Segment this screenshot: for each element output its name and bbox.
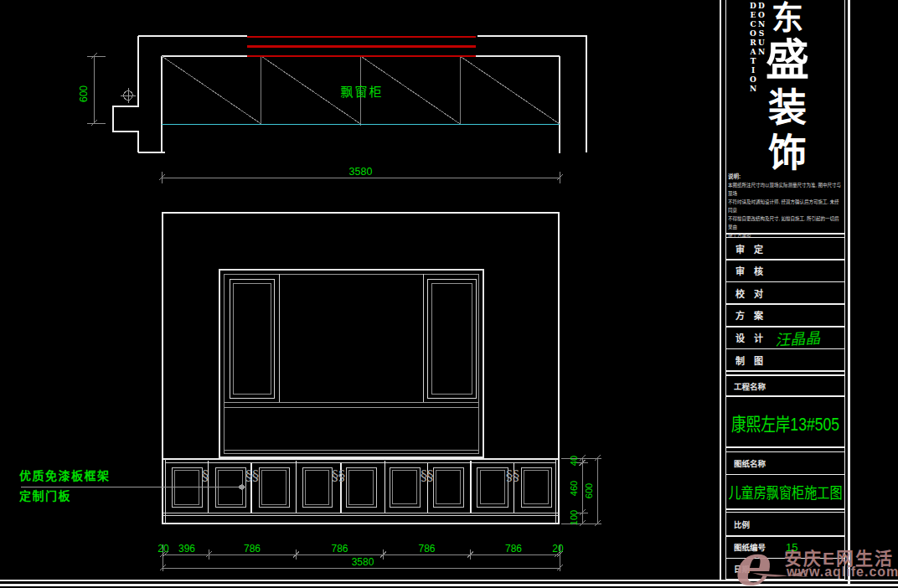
base-outline (163, 459, 559, 524)
svg-text:786: 786 (418, 543, 435, 554)
elevation-mullions (280, 274, 424, 402)
svg-text:§: § (252, 467, 260, 483)
logo-char: 饰 (764, 130, 811, 175)
logo-char: 装 (764, 85, 811, 130)
svg-text:§: § (426, 467, 434, 483)
date-row: 日期 (726, 559, 844, 580)
elevation-left-door-panel (234, 283, 271, 394)
notes-line: 不符时请及时通知设计师, 经双方确认后方可施工, 未经同意 (728, 198, 844, 214)
svg-text:20: 20 (552, 543, 564, 554)
svg-text:§: § (513, 467, 520, 483)
svg-text:20: 20 (157, 543, 169, 554)
svg-text:100: 100 (569, 510, 579, 525)
notes-block: 说明: 本图纸所注尺寸均以现场实际测量尺寸为准, 图中尺寸与现场 不符时请及时通… (728, 173, 844, 240)
callout-line-2: 定制门板 (19, 487, 111, 504)
logo-char: 盛 (764, 35, 811, 85)
titleblock-row-scheme: 方 案 (726, 304, 844, 327)
center-mark-icon (121, 88, 136, 103)
titleblock-row-designer: 设 计 汪晶晶 (726, 327, 844, 349)
plan-view: 600 3580 飘窗柜 (78, 36, 586, 183)
drawing-name-value: 儿童房飘窗柜施工图 (735, 474, 834, 509)
elevation-view (163, 213, 559, 459)
project-name-header: 工程名称 (726, 375, 844, 396)
elevation-wall-outline (163, 213, 559, 459)
cad-viewport: 600 3580 飘窗柜 (0, 0, 898, 588)
callout-line-1: 优质免漆板框架 (19, 467, 111, 484)
plan-cabinet-label: 飘窗柜 (340, 85, 383, 99)
hinge-icons: § § § § § § § § § (202, 467, 520, 483)
elevation-seat-lines (224, 402, 478, 453)
svg-text:3580: 3580 (352, 556, 374, 568)
plan-dimension-lines (87, 54, 563, 184)
project-name-value: 康熙左岸13#505 (738, 396, 833, 447)
notes-line: 不得擅自更改结构及尺寸, 如擅自施工, 所引起的一切后果由 (728, 214, 844, 231)
svg-text:786: 786 (505, 543, 522, 554)
sheet-number-row: 图纸编号 15 (726, 536, 844, 559)
company-logo-cn: 东 盛 装 饰 (764, 0, 811, 175)
svg-text:§: § (202, 467, 209, 483)
plan-depth-dim-label: 600 (78, 85, 90, 102)
svg-text:40: 40 (569, 456, 579, 466)
svg-text:396: 396 (178, 543, 195, 554)
titleblock-row-drafter: 制 图 (726, 349, 844, 372)
designer-signature: 汪晶晶 (774, 326, 820, 350)
titleblock-row-approved: 审 定 (726, 238, 844, 260)
svg-text:786: 786 (331, 543, 348, 554)
svg-text:460: 460 (569, 481, 579, 496)
notes-line: 本图纸所注尺寸均以现场实际测量尺寸为准, 图中尺寸与现场 (728, 181, 844, 198)
sheet-number-value: 15 (786, 541, 797, 554)
material-callout: 优质免漆板框架 定制门板 (19, 467, 111, 504)
base-inner-frame (163, 459, 559, 524)
svg-text:600: 600 (584, 483, 594, 498)
elevation-left-door (230, 280, 275, 399)
elevation-right-door (428, 280, 477, 399)
drawing-name-header: 图纸名称 (726, 452, 844, 475)
notes-title: 说明: (728, 173, 844, 181)
elevation-cabinet-outline (219, 270, 483, 457)
titleblock-row-proofread: 校 对 (726, 282, 844, 305)
base-right-dimension-labels: 40 460 100 600 (569, 456, 594, 525)
base-bottom-dimension-labels: 20 396 786 786 786 786 20 3580 (157, 543, 564, 568)
svg-text:§: § (338, 467, 346, 483)
logo-char: 东 (764, 0, 811, 35)
base-right-dimension-lines (561, 456, 601, 527)
scale-row: 比例 (726, 513, 844, 537)
elevation-right-door-panel (431, 283, 472, 394)
titleblock-row-checked: 审 核 (726, 260, 844, 282)
elevation-cabinet-inner (224, 274, 478, 453)
window-red-lines (247, 37, 476, 56)
plan-width-dim-label: 3580 (349, 166, 373, 178)
svg-text:786: 786 (244, 543, 261, 554)
